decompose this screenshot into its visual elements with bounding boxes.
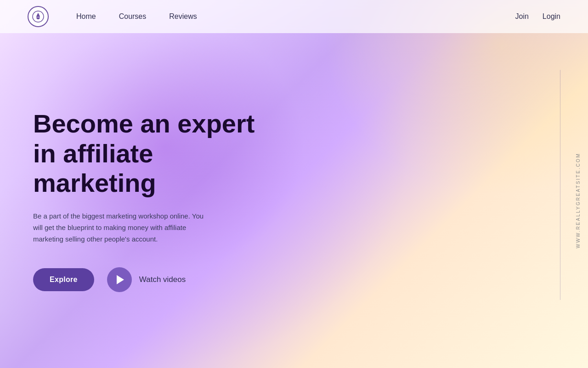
navbar: Home Courses Reviews Join Login: [0, 0, 588, 33]
watch-videos-label: Watch videos: [139, 275, 186, 284]
hero-description: Be a part of the biggest marketing works…: [33, 211, 208, 245]
nav-right: Join Login: [515, 12, 560, 21]
side-url-container: WWW.REALLYGREATSITE.COM: [576, 33, 581, 368]
join-link[interactable]: Join: [515, 12, 528, 21]
explore-button[interactable]: Explore: [33, 268, 94, 291]
hero-content: Become an expert in affiliate marketing …: [0, 109, 257, 292]
nav-courses[interactable]: Courses: [119, 12, 147, 20]
hero-actions: Explore Watch videos: [33, 267, 257, 292]
nav-left: Home Courses Reviews: [28, 6, 197, 27]
logo[interactable]: [28, 6, 49, 27]
watch-videos-group[interactable]: Watch videos: [107, 267, 186, 292]
nav-home[interactable]: Home: [76, 12, 96, 20]
side-url-text: WWW.REALLYGREATSITE.COM: [576, 153, 581, 248]
hero-heading: Become an expert in affiliate marketing: [33, 109, 257, 198]
decorative-line: [560, 70, 560, 300]
nav-reviews[interactable]: Reviews: [169, 12, 197, 20]
play-button[interactable]: [107, 267, 132, 292]
nav-links: Home Courses Reviews: [76, 12, 197, 21]
hero-section: Become an expert in affiliate marketing …: [0, 33, 588, 368]
login-link[interactable]: Login: [543, 12, 560, 21]
